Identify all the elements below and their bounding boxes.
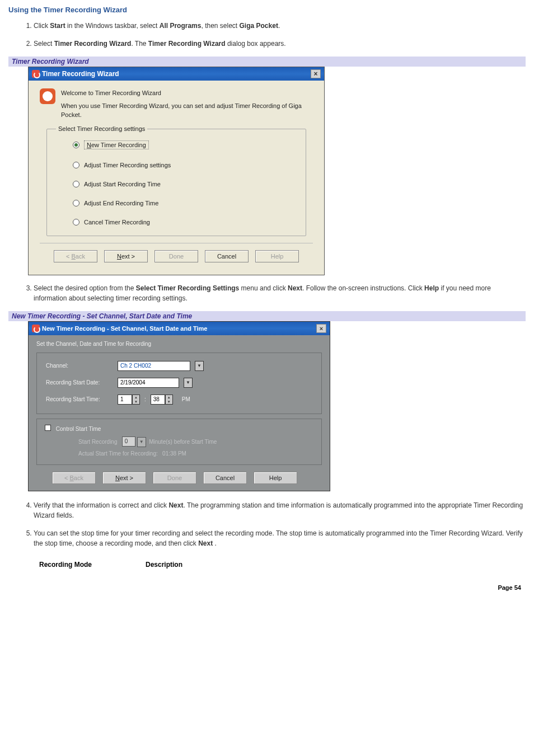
- groupbox-title: Select Timer Recording settings: [56, 125, 147, 132]
- start-recording-value: 0: [122, 436, 135, 447]
- dialog-title: Timer Recording Wizard: [42, 70, 119, 78]
- ampm-label: PM: [182, 396, 190, 402]
- dialog-titlebar: New Timer Recording - Set Channel, Start…: [29, 322, 330, 335]
- minute-spinner[interactable]: 38 ▲▼: [151, 395, 173, 405]
- close-button[interactable]: ×: [311, 69, 321, 78]
- date-label: Recording Start Date:: [46, 379, 113, 386]
- figure-caption-2: New Timer Recording - Set Channel, Start…: [8, 311, 526, 321]
- step-3: Select the desired option from the Selec…: [34, 283, 526, 303]
- radio-icon: [73, 219, 79, 226]
- radio-icon: [73, 200, 79, 206]
- radio-icon: [73, 162, 79, 168]
- time-row: Recording Start Time: 1 ▲▼ : 38 ▲▼ PM: [46, 395, 312, 405]
- table-header-row: Recording Mode Description: [39, 561, 526, 569]
- radio-icon: [73, 181, 79, 187]
- dropdown-icon[interactable]: ▼: [195, 361, 204, 371]
- dialog-subtitle: Set the Channel, Date and Time for Recor…: [36, 341, 322, 347]
- radio-adjust-start-time[interactable]: Adjust Start Recording Time: [73, 181, 299, 187]
- start-recording-suffix: Minute(s) before Start Time: [149, 438, 217, 444]
- column-description: Description: [146, 561, 182, 569]
- dropdown-icon[interactable]: ▼: [184, 378, 193, 388]
- app-icon: [32, 325, 40, 332]
- radio-adjust-end-time[interactable]: Adjust End Recording Time: [73, 200, 299, 206]
- step-4: Verify that the information is correct a…: [34, 500, 526, 520]
- timer-recording-wizard-dialog: Timer Recording Wizard × Welcome to Time…: [28, 67, 325, 275]
- description-text: When you use Timer Recording Wizard, you…: [61, 101, 313, 120]
- step-5: You can set the stop time for your timer…: [34, 528, 526, 548]
- figure-caption-1: Timer Recording Wizard: [8, 57, 526, 67]
- cancel-button[interactable]: Cancel: [203, 472, 247, 484]
- radio-adjust-settings[interactable]: Adjust Timer Recording settings: [73, 162, 299, 168]
- channel-row: Channel: Ch 2 CH002 ▼: [46, 361, 312, 371]
- column-recording-mode: Recording Mode: [39, 561, 112, 569]
- hour-spinner[interactable]: 1 ▲▼: [118, 395, 140, 405]
- step-1: Click Start in the Windows taskbar, sele…: [34, 21, 526, 31]
- next-button[interactable]: Next >: [104, 250, 148, 262]
- start-recording-label: Start Recording: [78, 438, 117, 444]
- dropdown-icon: ▼: [137, 437, 146, 447]
- page-number: Page 54: [8, 584, 526, 591]
- back-button: < Back: [54, 250, 97, 262]
- actual-start-value: 01:38 PM: [162, 450, 186, 457]
- channel-label: Channel:: [46, 363, 113, 369]
- actual-start-label: Actual Start Time for Recording:: [78, 450, 158, 457]
- app-icon: [32, 70, 40, 78]
- done-button: Done: [153, 472, 196, 484]
- help-button[interactable]: Help: [254, 472, 297, 484]
- time-label: Recording Start Time:: [46, 396, 113, 402]
- set-channel-dialog: New Timer Recording - Set Channel, Start…: [28, 321, 330, 491]
- next-button[interactable]: Next >: [102, 472, 146, 484]
- step-2: Select Timer Recording Wizard. The Timer…: [34, 39, 526, 49]
- date-row: Recording Start Date: 2/19/2004 ▼: [46, 378, 312, 388]
- clock-icon: [40, 88, 55, 104]
- done-button: Done: [154, 250, 198, 262]
- help-button: Help: [255, 250, 299, 262]
- channel-select[interactable]: Ch 2 CH002: [118, 361, 190, 371]
- back-button: < Back: [52, 472, 96, 484]
- cancel-button[interactable]: Cancel: [205, 250, 249, 262]
- time-separator: :: [144, 396, 146, 402]
- radio-icon: [73, 142, 79, 148]
- welcome-text: Welcome to Timer Recording Wizard: [61, 88, 313, 98]
- radio-cancel-recording[interactable]: Cancel Timer Recording: [73, 219, 299, 226]
- dialog-title: New Timer Recording - Set Channel, Start…: [42, 325, 207, 332]
- close-button[interactable]: ×: [316, 324, 326, 333]
- date-input[interactable]: 2/19/2004: [118, 378, 179, 388]
- control-start-time-group: Control Start Time Start Recording 0 ▼ M…: [36, 419, 322, 465]
- control-start-label: Control Start Time: [56, 426, 101, 432]
- dialog-titlebar: Timer Recording Wizard ×: [29, 67, 324, 81]
- settings-groupbox: Select Timer Recording settings New Time…: [46, 129, 306, 236]
- control-start-checkbox[interactable]: [45, 425, 51, 431]
- radio-new-timer-recording[interactable]: New Timer Recording: [73, 140, 299, 149]
- section-title: Using the Timer Recording Wizard: [8, 6, 526, 14]
